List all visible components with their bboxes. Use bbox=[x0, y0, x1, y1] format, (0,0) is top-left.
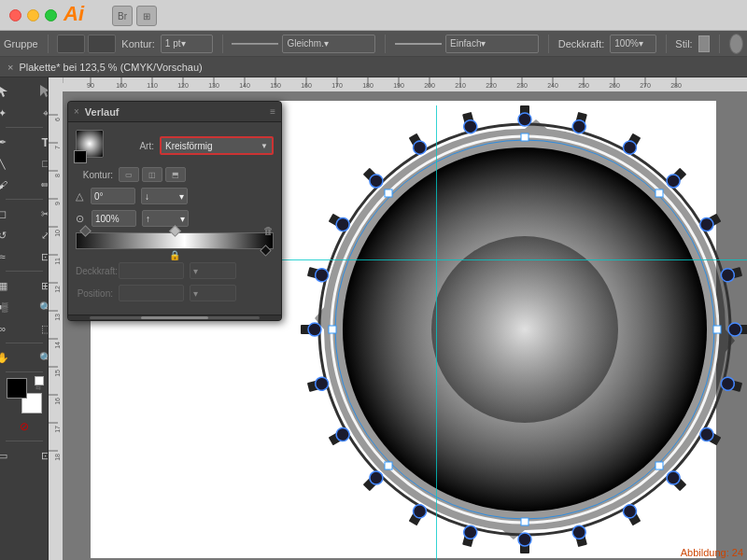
measure-tool[interactable]: ⬚ bbox=[25, 318, 49, 339]
grid-icon[interactable]: ⊞ bbox=[136, 6, 157, 26]
magic-wand-tool[interactable]: ✦ bbox=[0, 103, 23, 123]
minimize-button[interactable] bbox=[27, 9, 39, 21]
screen-mode-full[interactable]: ⊡ bbox=[25, 445, 49, 466]
line2-group: Einfach ▾ bbox=[395, 35, 539, 53]
svg-text:120: 120 bbox=[177, 82, 189, 89]
gradient-type-dropdown[interactable]: Kreisförmig ▼ bbox=[160, 136, 274, 155]
svg-point-109 bbox=[308, 323, 321, 336]
scale-input[interactable]: 100% bbox=[92, 210, 136, 227]
separator bbox=[48, 35, 49, 53]
angle-dropdown[interactable]: ↓ ▾ bbox=[141, 188, 188, 204]
artboard: × Verlauf ≡ Art: bbox=[63, 91, 747, 560]
mesh-tool[interactable]: ⊞ bbox=[25, 275, 49, 296]
stroke-box[interactable] bbox=[88, 35, 116, 53]
direct-selection-tool[interactable] bbox=[25, 81, 49, 102]
none-color[interactable]: ⊘ bbox=[4, 416, 45, 437]
line1-preview bbox=[232, 43, 278, 45]
ruler-horizontal: 90 100 110 120 130 140 150 160 170 180 bbox=[63, 77, 747, 91]
line1-dropdown[interactable]: Gleichm. ▾ bbox=[282, 35, 375, 53]
rotate-tool[interactable]: ↺ bbox=[0, 225, 23, 245]
shape-tools: ╲ □ bbox=[0, 153, 49, 174]
stroke-icon-3[interactable]: ⬒ bbox=[165, 167, 186, 182]
stil-swatch[interactable] bbox=[698, 35, 711, 52]
gradient-preview[interactable] bbox=[76, 130, 107, 161]
type-tool[interactable]: T bbox=[25, 132, 49, 152]
maximize-button[interactable] bbox=[45, 9, 57, 21]
svg-text:8: 8 bbox=[54, 174, 61, 177]
line2-dropdown[interactable]: Einfach ▾ bbox=[445, 35, 539, 53]
scrollbar-track bbox=[90, 316, 260, 319]
stroke-icons: ▭ ◫ ⬒ bbox=[119, 167, 186, 182]
kontur-dropdown[interactable]: 1 pt ▾ bbox=[161, 35, 213, 53]
rect-tool[interactable]: □ bbox=[25, 153, 49, 174]
gradient-bar-section: 🗑 🔒 bbox=[76, 232, 274, 249]
lasso-tool[interactable]: ⌖ bbox=[25, 103, 49, 123]
graph-tool[interactable]: ▦ bbox=[0, 275, 23, 296]
profile-icon[interactable] bbox=[729, 34, 743, 54]
svg-text:220: 220 bbox=[486, 82, 497, 89]
group-label: Gruppe bbox=[4, 38, 38, 49]
brush-tools: 🖌 ✏ bbox=[0, 175, 49, 195]
eraser-tool[interactable]: ◻ bbox=[0, 203, 23, 224]
zoom-tool[interactable]: 🔍 bbox=[25, 347, 49, 368]
traffic-lights bbox=[0, 9, 57, 21]
pen-tool[interactable]: ✒ bbox=[0, 132, 23, 152]
warp-tool[interactable]: ≈ bbox=[0, 246, 23, 267]
svg-text:230: 230 bbox=[516, 82, 528, 89]
gradient-panel: × Verlauf ≡ Art: bbox=[67, 101, 282, 321]
screen-mode-normal[interactable]: ▭ bbox=[0, 445, 23, 466]
svg-text:280: 280 bbox=[670, 82, 682, 89]
svg-point-73 bbox=[518, 113, 531, 126]
blend-tool[interactable]: ∞ bbox=[0, 318, 23, 339]
scrollbar-thumb[interactable] bbox=[141, 316, 209, 319]
doc-close-button[interactable]: × bbox=[7, 62, 13, 73]
deckkraft-dropdown[interactable]: 100% ▾ bbox=[610, 35, 655, 53]
br-icon[interactable]: Br bbox=[112, 6, 133, 26]
svg-text:210: 210 bbox=[455, 82, 466, 89]
svg-text:270: 270 bbox=[640, 82, 651, 89]
delete-stop-button[interactable]: 🗑 bbox=[263, 225, 274, 236]
svg-text:17: 17 bbox=[54, 426, 61, 433]
kontur-label: Kontur: bbox=[121, 38, 154, 49]
svg-text:170: 170 bbox=[331, 82, 343, 89]
swap-colors[interactable]: ⇆ bbox=[35, 376, 44, 385]
art-label-row: Art: Kreisförmig ▼ bbox=[117, 136, 274, 155]
hand-tool[interactable]: ✋ bbox=[0, 347, 23, 368]
selection-tool[interactable] bbox=[0, 81, 23, 102]
fill-box[interactable] bbox=[57, 35, 85, 53]
free-transform-tool[interactable]: ⊡ bbox=[25, 246, 49, 267]
scissors-tool[interactable]: ✂ bbox=[25, 203, 49, 224]
fill-stroke-group bbox=[57, 35, 116, 53]
pen-tools: ✒ T bbox=[0, 132, 49, 152]
tool-sep-6 bbox=[6, 441, 43, 441]
line-tool[interactable]: ╲ bbox=[0, 153, 23, 174]
gradient-eyedropper: ■▒ 🔍 bbox=[0, 297, 49, 317]
position-input bbox=[119, 285, 184, 301]
svg-text:240: 240 bbox=[547, 82, 558, 89]
deckkraft-dropdown: ▾ bbox=[190, 262, 236, 279]
svg-text:7: 7 bbox=[54, 146, 61, 149]
panel-menu-button[interactable]: ≡ bbox=[270, 106, 275, 117]
art-controls: Art: Kreisförmig ▼ bbox=[117, 136, 274, 155]
brush-tool[interactable]: 🖌 bbox=[0, 175, 23, 195]
angle-row: △ 0° ↓ ▾ bbox=[76, 188, 274, 204]
stroke-icon-2[interactable]: ◫ bbox=[142, 167, 162, 182]
stroke-icon-1[interactable]: ▭ bbox=[119, 167, 139, 182]
close-button[interactable] bbox=[9, 9, 21, 21]
svg-text:150: 150 bbox=[270, 82, 281, 89]
rotate-tools: ↺ ⤢ bbox=[0, 225, 49, 245]
angle-input[interactable]: 0° bbox=[91, 188, 135, 204]
deckkraft-label: Deckkraft: bbox=[558, 38, 605, 49]
screen-mode-tools: ▭ ⊡ bbox=[0, 445, 49, 466]
line1-group: Gleichm. ▾ bbox=[232, 35, 375, 53]
eraser-tools: ◻ ✂ bbox=[0, 203, 49, 224]
foreground-color-swatch[interactable] bbox=[7, 378, 27, 399]
scale-tool[interactable]: ⤢ bbox=[25, 225, 49, 245]
gradient-tool[interactable]: ■▒ bbox=[0, 297, 23, 317]
transform-tools: ✦ ⌖ bbox=[0, 103, 49, 123]
scale-dropdown[interactable]: ↑ ▾ bbox=[142, 210, 189, 227]
pencil-tool[interactable]: ✏ bbox=[25, 175, 49, 195]
eyedropper-tool[interactable]: 🔍 bbox=[25, 297, 49, 317]
panel-close-button[interactable]: × bbox=[74, 106, 79, 117]
color-swatches: ⇆ bbox=[7, 378, 42, 413]
